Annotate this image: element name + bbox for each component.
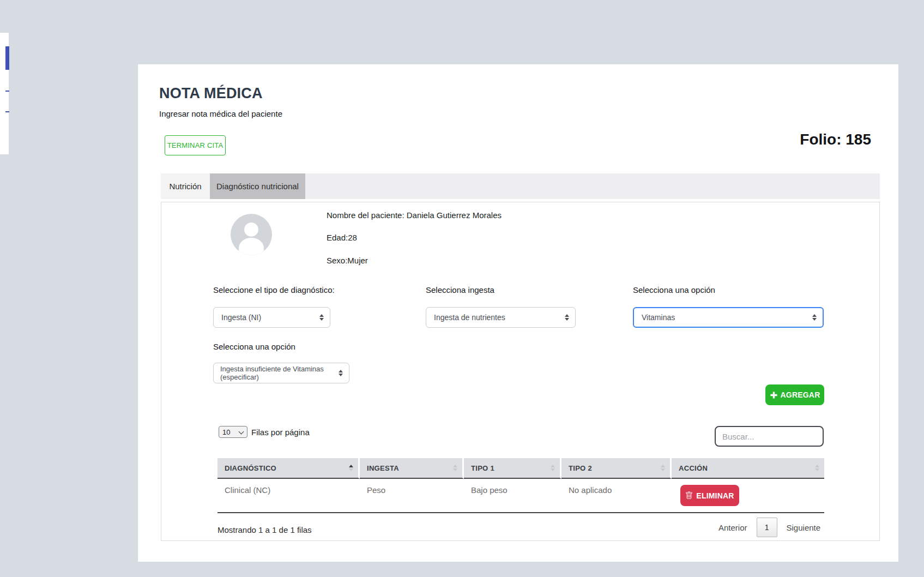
patient-sex-line: Sexo:Mujer [327, 256, 368, 265]
opcion-select[interactable]: Vitaminas [633, 307, 824, 328]
pagination: Anterior 1 Siguiente [718, 518, 820, 537]
select-value: Vitaminas [642, 313, 675, 322]
column-header-label: INGESTA [367, 464, 399, 472]
table-header-row: DIAGNÓSTICO INGESTA TIPO 1 TIPO 2 [218, 458, 824, 479]
pagination-page-1[interactable]: 1 [757, 518, 777, 537]
updown-arrows-icon [565, 314, 569, 321]
table-summary: Mostrando 1 a 1 de 1 filas [218, 525, 312, 534]
screen: NOTA MÉDICA Ingresar nota médica del pac… [0, 0, 924, 577]
cell-tipo1: Bajo peso [464, 479, 561, 513]
column-header-label: TIPO 2 [569, 464, 592, 472]
especificar-select[interactable]: Ingesta insuficiente de Vitaminas (espec… [213, 363, 349, 383]
cell-diagnostico: Clinical (NC) [218, 479, 360, 513]
ingesta-label: Selecciona ingesta [426, 285, 494, 294]
column-header-accion[interactable]: ACCIÓN [672, 458, 824, 479]
nota-medica-card: NOTA MÉDICA Ingresar nota médica del pac… [138, 64, 898, 562]
diagnostico-type-label: Seleccione el tipo de diagnóstico: [213, 285, 335, 294]
tab-nutricion[interactable]: Nutrición [161, 173, 210, 199]
column-header-tipo2[interactable]: TIPO 2 [561, 458, 672, 479]
column-header-label: DIAGNÓSTICO [225, 464, 276, 472]
page-subtitle: Ingresar nota médica del paciente [159, 109, 282, 118]
terminar-cita-button[interactable]: TERMINAR CITA [165, 135, 226, 155]
especificar-label: Selecciona una opción [213, 342, 295, 351]
column-header-tipo1[interactable]: TIPO 1 [464, 458, 561, 479]
sidebar-link-underline [5, 91, 9, 92]
patient-avatar [231, 214, 272, 255]
sort-both-icon [661, 465, 665, 471]
pagination-prev[interactable]: Anterior [718, 523, 747, 532]
column-header-ingesta[interactable]: INGESTA [360, 458, 464, 479]
opcion-label: Selecciona una opción [633, 285, 715, 294]
cell-tipo2: No aplicado [561, 479, 672, 513]
rows-per-page-value: 10 [222, 428, 230, 436]
column-header-label: TIPO 1 [471, 464, 494, 472]
cell-ingesta: Peso [360, 479, 464, 513]
page-title: NOTA MÉDICA [159, 85, 263, 102]
table-row: Clinical (NC) Peso Bajo peso No aplicado [218, 479, 824, 513]
select-value: Ingesta insuficiente de Vitaminas (espec… [220, 365, 335, 381]
updown-arrows-icon [812, 314, 817, 321]
eliminar-button-label: ELIMINAR [696, 491, 734, 500]
sort-both-icon [453, 465, 457, 471]
sidebar-link-underline [5, 111, 9, 112]
select-value: Ingesta de nutrientes [434, 313, 505, 322]
trash-icon [685, 491, 693, 500]
person-icon [231, 248, 272, 257]
agregar-button[interactable]: AGREGAR [765, 384, 824, 405]
ingesta-select[interactable]: Ingesta de nutrientes [426, 307, 576, 328]
folio-label: Folio: 185 [800, 131, 871, 148]
updown-arrows-icon [339, 370, 343, 376]
patient-name-line: Nombre del paciente: Daniela Gutierrez M… [327, 211, 502, 220]
rows-per-page-select[interactable]: 10 [219, 426, 247, 438]
eliminar-button[interactable]: ELIMINAR [680, 485, 739, 506]
tab-bar: Nutrición Diagnóstico nutricional [161, 173, 880, 199]
sort-asc-icon [349, 465, 353, 471]
sort-both-icon [551, 465, 555, 471]
search-input[interactable] [715, 426, 824, 447]
tab-panel: Nombre del paciente: Daniela Gutierrez M… [161, 202, 880, 541]
updown-arrows-icon [319, 314, 324, 321]
cell-accion: ELIMINAR [672, 479, 824, 513]
rows-per-page-control: 10 Filas por página [219, 426, 310, 438]
diagnosticos-table: DIAGNÓSTICO INGESTA TIPO 1 TIPO 2 [218, 458, 824, 513]
plus-icon [770, 391, 778, 399]
pagination-next[interactable]: Siguiente [787, 523, 821, 532]
sidebar-active-item-indicator [5, 46, 9, 70]
select-value: Ingesta (NI) [221, 313, 261, 322]
tab-diagnostico-nutricional[interactable]: Diagnóstico nutricional [210, 173, 305, 199]
column-header-diagnostico[interactable]: DIAGNÓSTICO [218, 458, 360, 479]
column-header-label: ACCIÓN [679, 464, 708, 472]
rows-per-page-label: Filas por página [251, 428, 310, 437]
patient-age-line: Edad:28 [327, 233, 357, 242]
sort-both-icon [815, 465, 819, 471]
chevron-down-icon [239, 429, 244, 435]
sidebar-sliver [0, 33, 9, 154]
diagnostico-type-select[interactable]: Ingesta (NI) [213, 307, 330, 328]
agregar-button-label: AGREGAR [781, 390, 820, 399]
